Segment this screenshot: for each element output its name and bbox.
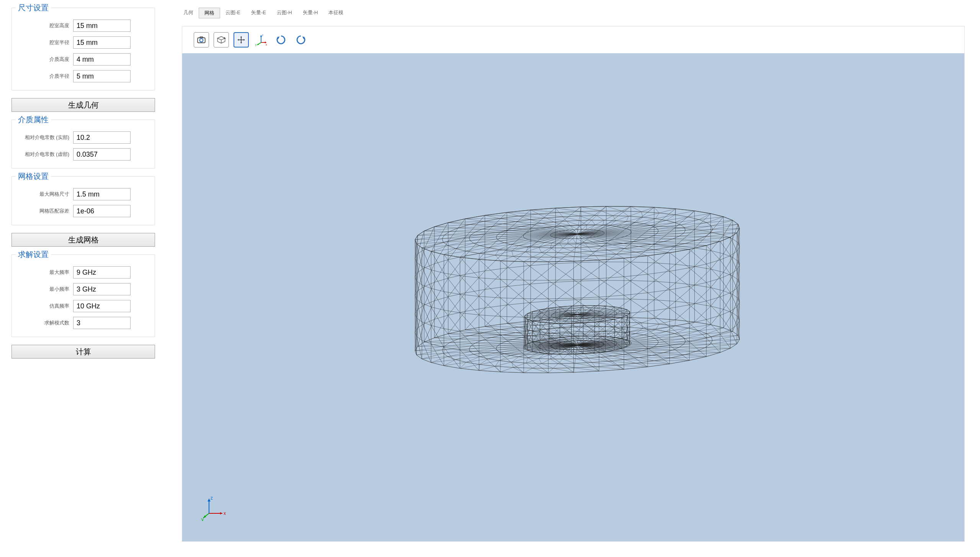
cavity-height-input[interactable]: [73, 20, 131, 32]
svg-line-1690: [710, 344, 737, 344]
svg-line-219: [581, 280, 606, 299]
svg-line-2615: [631, 206, 641, 212]
svg-line-507: [647, 274, 669, 290]
camera-icon[interactable]: [194, 32, 209, 48]
svg-line-1933: [552, 233, 553, 233]
svg-line-2887: [540, 322, 549, 333]
svg-line-231: [675, 285, 694, 301]
svg-line-336: [555, 262, 581, 282]
svg-line-2377: [511, 251, 526, 252]
tab-cloud-e[interactable]: 云图-E: [220, 8, 246, 18]
svg-line-2933: [622, 318, 627, 320]
svg-line-451: [531, 264, 555, 265]
svg-line-660: [422, 247, 431, 270]
rotate-right-icon[interactable]: [273, 32, 289, 48]
tab-geometry[interactable]: 几何: [178, 8, 199, 18]
svg-line-417: [431, 288, 444, 310]
svg-line-1235: [600, 357, 624, 359]
svg-line-2613: [622, 211, 641, 212]
eps-imag-label: 相对介电常数 (虚部): [20, 151, 73, 158]
svg-line-1913: [551, 236, 553, 237]
eps-real-input[interactable]: [73, 131, 131, 144]
svg-line-2046: [575, 243, 576, 247]
svg-line-1083: [576, 354, 588, 358]
fsim-input[interactable]: [73, 300, 131, 312]
viewport-3d[interactable]: x y z: [182, 53, 964, 541]
tab-vector-e[interactable]: 矢量-E: [246, 8, 271, 18]
compute-button[interactable]: 计算: [11, 345, 155, 359]
svg-line-1517: [681, 336, 684, 339]
fmax-input[interactable]: [73, 266, 131, 278]
svg-line-1402: [591, 362, 595, 367]
svg-line-3142: [581, 341, 586, 343]
svg-line-516: [573, 280, 599, 297]
generate-mesh-button[interactable]: 生成网格: [11, 233, 155, 247]
eps-imag-input[interactable]: [73, 148, 131, 161]
svg-line-1660: [654, 318, 675, 320]
svg-line-208: [507, 302, 531, 305]
rotate-left-icon[interactable]: [293, 32, 309, 48]
max-mesh-input[interactable]: [73, 188, 131, 200]
svg-line-537: [431, 270, 444, 292]
svg-line-1277: [497, 350, 500, 352]
tab-vector-h[interactable]: 矢量-H: [297, 8, 323, 18]
svg-line-1668: [694, 322, 710, 324]
svg-line-616: [706, 260, 720, 264]
svg-line-2545: [466, 251, 479, 253]
svg-line-2491: [679, 233, 710, 236]
svg-line-117: [710, 309, 723, 324]
generate-geometry-button[interactable]: 生成几何: [11, 98, 155, 112]
svg-line-586: [654, 244, 675, 246]
svg-line-2418: [458, 228, 482, 229]
svg-line-1521: [684, 338, 685, 341]
svg-line-2234: [480, 242, 504, 246]
svg-line-2259: [482, 228, 513, 229]
svg-line-1552: [647, 364, 669, 367]
svg-line-2779: [622, 328, 627, 336]
svg-line-2291: [596, 215, 604, 220]
svg-line-1263: [511, 357, 518, 362]
svg-line-3593: [584, 312, 586, 313]
mesh-tol-label: 网格匹配容差: [20, 208, 73, 215]
svg-line-1588: [444, 365, 460, 368]
svg-line-2447: [580, 211, 596, 215]
svg-line-1685: [710, 340, 712, 344]
cavity-radius-input[interactable]: [73, 36, 131, 49]
fmin-input[interactable]: [73, 283, 131, 295]
svg-line-292: [444, 328, 460, 331]
svg-line-3573: [570, 313, 573, 313]
svg-line-2533: [513, 256, 532, 257]
axes-icon[interactable]: xyz: [253, 32, 269, 48]
mesh-tol-input[interactable]: [73, 205, 131, 217]
svg-line-2354: [624, 248, 636, 252]
axis-y-label: y: [201, 517, 204, 521]
svg-line-3310: [560, 352, 564, 354]
svg-line-2498: [696, 240, 720, 241]
svg-line-2195: [600, 246, 624, 248]
svg-line-2241: [496, 237, 497, 239]
svg-line-87: [485, 305, 506, 326]
svg-line-1873: [585, 238, 589, 238]
svg-line-2599: [531, 210, 559, 212]
svg-line-2439: [538, 214, 563, 216]
svg-line-1895: [559, 238, 564, 243]
diel-height-input[interactable]: [73, 53, 131, 66]
diel-radius-input[interactable]: [73, 70, 131, 82]
svg-line-2502: [684, 243, 706, 245]
tab-mesh[interactable]: 网格: [199, 8, 220, 18]
svg-line-1247: [563, 359, 575, 363]
svg-line-2521: [574, 256, 595, 257]
svg-line-2863: [622, 317, 627, 326]
svg-line-2634: [699, 216, 724, 220]
tab-eigenmode[interactable]: 本征模: [323, 8, 349, 18]
nmode-input[interactable]: [73, 317, 131, 329]
svg-line-3586: [578, 310, 580, 312]
svg-line-523: [500, 298, 524, 298]
tab-cloud-h[interactable]: 云图-H: [271, 8, 297, 18]
svg-line-2438: [538, 214, 546, 218]
svg-line-253: [720, 311, 730, 315]
grid-icon[interactable]: [214, 32, 229, 48]
svg-line-403: [500, 316, 524, 317]
move-icon[interactable]: [234, 32, 249, 48]
svg-line-1594: [431, 359, 456, 362]
